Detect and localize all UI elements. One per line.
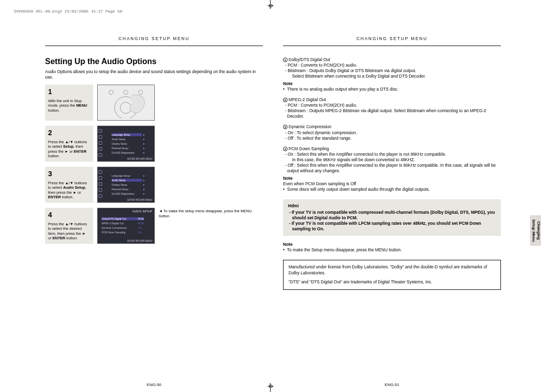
option-subline: Select Bitstream when connecting to a Do… <box>283 74 501 79</box>
menu-value: : PCM <box>137 217 144 220</box>
hdmi-box: Hdmi - If your TV is not compatible with… <box>283 199 501 236</box>
page-spread: CHANGING SETUP MENU Setting Up the Audio… <box>40 35 516 382</box>
numbered-icon: 3 <box>283 125 288 129</box>
step-text-bold: ENTER <box>48 195 61 199</box>
step-4-instruction: 4 Press the ▲/▼ buttons to select the de… <box>45 208 93 244</box>
section-header-left-text: CHANGING SETUP MENU <box>119 36 190 41</box>
menu-footer: ENTER RETURN MENU <box>127 158 152 160</box>
option-heading: PCM Down Sampling <box>289 146 329 151</box>
menu-title: AUDIO SETUP <box>133 210 152 213</box>
side-tab: Changing Setup Menu <box>530 215 541 246</box>
document-header: DVDHD850 XEL-00_Eng2 23/02/2005 15:37 Pa… <box>14 9 122 14</box>
page-left: CHANGING SETUP MENU Setting Up the Audio… <box>40 35 268 382</box>
step-text-bold: MENU <box>76 103 87 108</box>
menu-item: MPEG-2 Digital Out <box>102 222 137 225</box>
step-2-instruction: 2 Press the ▲/▼ buttons to select Setup,… <box>45 126 93 162</box>
step-3: 3 Press the ▲/▼ buttons to select Audio … <box>45 167 263 203</box>
step-number: 1 <box>48 88 90 97</box>
step-2: 2 Press the ▲/▼ buttons to select Setup,… <box>45 126 263 162</box>
step-1: 1 With the unit in Stop mode, press the … <box>45 85 263 121</box>
option-dynamic-compression: 3Dynamic Compression - On : To select dy… <box>283 124 501 141</box>
numbered-icon: 4 <box>283 147 288 151</box>
menu-item: Display Setup <box>112 183 142 186</box>
note-text: There is no analog audio output when you… <box>283 87 501 92</box>
menu-item: PCM Down Sampling <box>102 231 137 234</box>
menu-item: Dynamic Compression <box>102 226 137 229</box>
menu-value: : PCM <box>137 222 144 225</box>
registration-mark-top <box>267 0 274 9</box>
menu-item: Parental Setup : <box>112 147 142 150</box>
option-line: - Off : To select the standard range. <box>283 136 501 141</box>
menu-item: Language Setup <box>112 133 142 136</box>
step-number: 4 <box>48 211 90 220</box>
intro-text: Audio Options allows you to setup the au… <box>45 69 263 80</box>
side-tab-line1: Changing <box>536 221 541 240</box>
dolby-license-box: Manufactured under license from Dolby La… <box>283 260 501 290</box>
step-text-bold: Audio Setup <box>63 185 85 190</box>
svg-point-1 <box>120 102 131 113</box>
option-line: - PCM : Converts to PCM(2CH) audio. <box>283 63 501 68</box>
step-number: 3 <box>48 170 90 179</box>
option-heading: MPEG-2 Digital Out <box>289 97 326 102</box>
arrow-icon: ► <box>143 179 145 182</box>
step-3-instruction: 3 Press the ▲/▼ buttons to select Audio … <box>45 167 93 203</box>
step-text-bold: Setup <box>63 144 74 149</box>
step-1-remote-illustration <box>97 85 155 121</box>
menu-value: : On <box>137 226 141 229</box>
license-text: Manufactured under license from Dolby La… <box>289 264 495 276</box>
menu-footer: ENTER RETURN MENU <box>127 240 152 242</box>
step-text: button. <box>48 154 60 158</box>
option-subline: In this case, the 96KHz signals will be … <box>283 157 501 163</box>
menu-item: Language Setup <box>112 174 142 177</box>
step-text: button. <box>61 195 73 199</box>
hdmi-heading: Hdmi <box>288 203 496 209</box>
page-right: CHANGING SETUP MENU 1Dolby/DTS Digital O… <box>278 35 506 382</box>
menu-item: Parental Setup : <box>112 188 142 191</box>
side-tab-line2: Setup Menu <box>531 219 536 242</box>
arrow-icon: ► <box>143 138 145 141</box>
option-heading: Dolby/DTS Digital Out <box>289 57 330 62</box>
step-1-instruction: 1 With the unit in Stop mode, press the … <box>45 85 93 121</box>
note-text: Some discs will only output down sampled… <box>283 187 501 192</box>
note-text: Even when PCM Down sampling is Off <box>283 181 501 187</box>
step-3-menu-screenshot: Language Setup► Audio Setup► Display Set… <box>97 167 155 203</box>
note-label: Note <box>283 176 501 181</box>
step-4-audio-menu-screenshot: AUDIO SETUP Dolby/DTS Digital Out: PCM M… <box>97 208 155 244</box>
option-line: - PCM : Converts to PCM(2CH) audio. <box>283 103 501 108</box>
svg-point-3 <box>124 90 128 95</box>
numbered-icon: 2 <box>283 98 288 102</box>
section-header-right-text: CHANGING SETUP MENU <box>357 36 428 41</box>
step-text-bold: ENTER <box>53 236 65 240</box>
menu-value: : On <box>137 231 141 234</box>
option-line: - On : To select dynamic compression. <box>283 130 501 136</box>
section-header-left: CHANGING SETUP MENU <box>45 35 263 46</box>
note-label: Note <box>283 242 501 247</box>
step-2-menu-screenshot: Language Setup► Audio Setup► Display Set… <box>97 126 155 162</box>
numbered-icon: 1 <box>283 58 288 62</box>
svg-point-2 <box>109 90 113 95</box>
arrow-icon: ► <box>143 147 145 150</box>
hdmi-line: If your TV is not compatible with compre… <box>292 210 495 220</box>
option-heading: Dynamic Compression <box>289 124 332 129</box>
menu-item: Dolby/DTS Digital Out <box>102 217 137 220</box>
option-line: - Off : Select this when the Amplifier c… <box>283 163 501 174</box>
license-text: "DTS" and "DTS Digital Out" are trademar… <box>289 279 495 285</box>
menu-item: DivX(R) Registration <box>112 151 142 154</box>
option-line: - Bitstream : Outputs Dolby Digital or D… <box>283 68 501 74</box>
arrow-icon: ► <box>143 192 145 195</box>
arrow-icon: ► <box>143 151 145 154</box>
step-4-note: ◄ To make the setup menu disappear, pres… <box>159 208 263 244</box>
menu-footer: ENTER RETURN MENU <box>127 199 152 201</box>
hdmi-line: If your TV is not compatible with LPCM s… <box>292 221 481 231</box>
section-header-right: CHANGING SETUP MENU <box>283 35 501 46</box>
page-number-right: ENG-51 <box>278 382 506 387</box>
final-note: Note To make the Setup menu disappear, p… <box>283 242 501 253</box>
note-label: Note <box>283 81 501 87</box>
menu-item: Audio Setup <box>112 138 142 141</box>
registration-mark-bottom <box>267 383 274 392</box>
option-line: - On : Select this when the Amplifier co… <box>283 152 501 157</box>
menu-item: DivX(R) Registration <box>112 192 142 195</box>
arrow-icon: ► <box>143 142 145 145</box>
page-title: Setting Up the Audio Options <box>45 57 263 66</box>
option-pcm-downsampling: 4PCM Down Sampling - On : Select this wh… <box>283 146 501 192</box>
